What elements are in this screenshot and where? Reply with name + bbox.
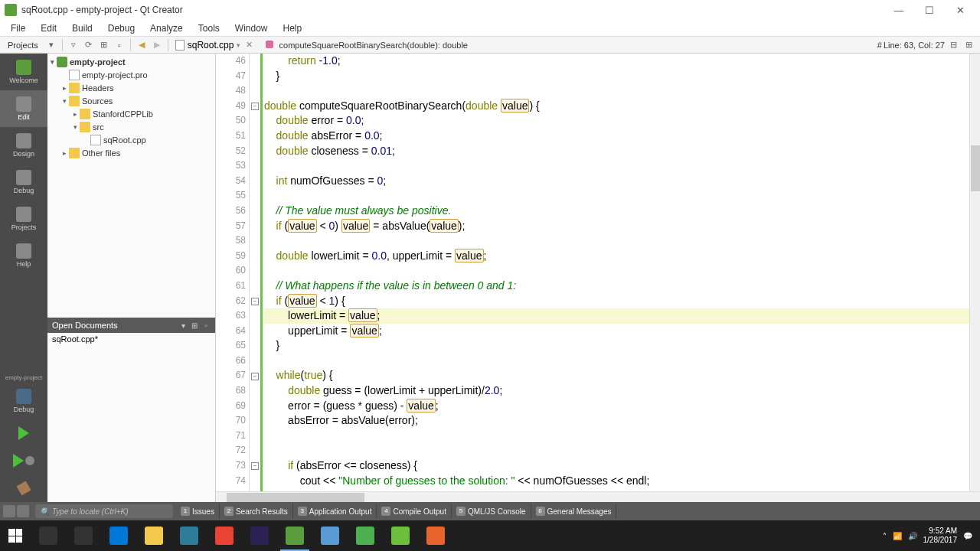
mode-welcome[interactable]: Welcome xyxy=(0,54,47,90)
tray-network-icon[interactable]: 📶 xyxy=(893,532,902,540)
tray-up-icon[interactable]: ˄ xyxy=(883,532,887,540)
horizontal-scrollbar[interactable] xyxy=(216,491,980,502)
toolbar: Projects ▾ ▿ ⟳ ⊞ ▫ ◀ ▶ sqRoot.cpp ▾ ✕ co… xyxy=(0,37,980,54)
locator-input[interactable]: 🔍 Type to locate (Ctrl+K) xyxy=(35,504,173,518)
side-panel: ▾empty-project empty-project.pro ▸Header… xyxy=(47,54,216,502)
mode-design[interactable]: Design xyxy=(0,127,47,164)
tree-project-root[interactable]: ▾empty-project xyxy=(47,55,215,68)
kit-selector[interactable]: Debug xyxy=(0,383,47,419)
app-icon xyxy=(5,4,17,16)
start-button[interactable] xyxy=(0,520,31,551)
mode-debug[interactable]: Debug xyxy=(0,164,47,201)
output-sidebar-icon[interactable] xyxy=(17,505,29,517)
notifications-icon[interactable]: 💬 xyxy=(963,532,972,540)
close-button[interactable]: ✕ xyxy=(945,0,975,20)
opendocs-split-icon[interactable]: ⊞ xyxy=(190,321,199,330)
output-tab-application-output[interactable]: 3Application Output xyxy=(293,504,377,519)
taskbar-store[interactable] xyxy=(172,520,207,551)
taskbar-taskview[interactable] xyxy=(66,520,101,551)
tab-dropdown-icon[interactable]: ▾ xyxy=(237,41,240,49)
system-tray[interactable]: ˄ 📶 🔊 9:52 AM 1/28/2017 💬 xyxy=(875,527,981,545)
line-gutter: 4647484950515253545556575859606162636465… xyxy=(216,54,250,502)
taskbar-camtasia[interactable] xyxy=(383,520,418,551)
opendocs-dropdown-icon[interactable]: ▾ xyxy=(178,321,188,330)
fold-marker[interactable]: − xyxy=(251,462,259,470)
file-icon xyxy=(175,40,185,51)
code-editor[interactable]: 4647484950515253545556575859606162636465… xyxy=(216,54,980,502)
tree-headers[interactable]: ▸Headers xyxy=(47,81,215,94)
tree-stanford[interactable]: ▸StanfordCPPLib xyxy=(47,107,215,120)
sync-icon[interactable]: ⟳ xyxy=(82,38,96,52)
build-button[interactable] xyxy=(0,474,47,502)
taskbar-notepad[interactable] xyxy=(312,520,348,551)
minimize-button[interactable]: — xyxy=(884,0,914,20)
filter-icon[interactable]: ▿ xyxy=(67,38,80,52)
menu-file[interactable]: File xyxy=(3,21,33,35)
fold-marker[interactable]: − xyxy=(251,298,259,305)
output-tab-issues[interactable]: 1Issues xyxy=(176,504,220,519)
tree-sources[interactable]: ▾Sources xyxy=(47,94,215,107)
output-tab-general-messages[interactable]: 6General Messages xyxy=(531,504,617,519)
mode-projects[interactable]: Projects xyxy=(0,201,47,237)
run-button[interactable] xyxy=(0,419,47,447)
mode-help[interactable]: Help xyxy=(0,237,47,274)
menu-analyze[interactable]: Analyze xyxy=(142,21,191,35)
taskbar-explorer[interactable] xyxy=(136,520,172,551)
split-h-icon[interactable]: ⊟ xyxy=(946,38,960,52)
output-toggle-icon[interactable] xyxy=(3,505,15,517)
tree-sqroot-file[interactable]: sqRoot.cpp xyxy=(47,133,215,146)
vertical-scrollbar[interactable] xyxy=(969,54,980,491)
titlebar: sqRoot.cpp - empty-project - Qt Creator … xyxy=(0,0,980,20)
split-v-icon[interactable]: ⊞ xyxy=(962,38,975,52)
project-tree: ▾empty-project empty-project.pro ▸Header… xyxy=(47,54,215,161)
tree-other[interactable]: ▸Other files xyxy=(47,146,215,159)
taskbar-edge[interactable] xyxy=(101,520,136,551)
taskbar-chrome[interactable] xyxy=(207,520,242,551)
taskbar-eclipse[interactable] xyxy=(242,520,277,551)
cursor-position: Line: 63, Col: 27 xyxy=(884,41,945,50)
menu-help[interactable]: Help xyxy=(276,21,310,35)
split-icon[interactable]: ⊞ xyxy=(97,38,111,52)
taskbar-app1[interactable] xyxy=(348,520,383,551)
window-title: sqRoot.cpp - empty-project - Qt Creator xyxy=(21,5,884,15)
tree-src[interactable]: ▾src xyxy=(47,120,215,133)
search-icon: 🔍 xyxy=(40,507,49,516)
clock[interactable]: 9:52 AM 1/28/2017 xyxy=(923,527,958,545)
dropdown-icon[interactable]: ▾ xyxy=(44,38,58,52)
mode-edit[interactable]: Edit xyxy=(0,90,47,127)
back-icon[interactable]: ◀ xyxy=(135,38,149,52)
menu-tools[interactable]: Tools xyxy=(191,21,227,35)
fold-marker[interactable]: − xyxy=(251,103,259,110)
close-tab-icon[interactable]: ✕ xyxy=(243,40,255,50)
taskbar-qtcreator[interactable] xyxy=(277,520,312,551)
mode-strip: Welcome Edit Design Debug Projects Help … xyxy=(0,54,47,502)
tray-volume-icon[interactable]: 🔊 xyxy=(908,532,917,540)
output-bar: 🔍 Type to locate (Ctrl+K) 1Issues2Search… xyxy=(0,502,980,520)
open-file-name: sqRoot.cpp xyxy=(188,40,234,51)
menu-window[interactable]: Window xyxy=(227,21,276,35)
menu-edit[interactable]: Edit xyxy=(33,21,64,35)
menu-build[interactable]: Build xyxy=(64,21,100,35)
output-tab-search-results[interactable]: 2Search Results xyxy=(220,504,293,519)
fold-marker[interactable]: − xyxy=(251,373,259,380)
open-doc-item[interactable]: sqRoot.cpp* xyxy=(47,333,215,345)
windows-taskbar: ˄ 📶 🔊 9:52 AM 1/28/2017 💬 xyxy=(0,520,980,551)
code-content[interactable]: return -1.0; } double computeSquareRootB… xyxy=(263,54,980,502)
editor-tab[interactable]: sqRoot.cpp ▾ ✕ xyxy=(172,40,259,51)
output-tab-qml/js-console[interactable]: 5QML/JS Console xyxy=(452,504,531,519)
forward-icon[interactable]: ▶ xyxy=(150,38,164,52)
hash-label: # xyxy=(877,41,882,50)
projects-dropdown[interactable]: Projects xyxy=(3,41,43,50)
close-pane-icon[interactable]: ▫ xyxy=(113,38,126,52)
opendocs-close-icon[interactable]: ▫ xyxy=(201,321,211,330)
tree-pro-file[interactable]: empty-project.pro xyxy=(47,68,215,81)
maximize-button[interactable]: ☐ xyxy=(914,0,945,20)
kit-label[interactable]: empty-project xyxy=(0,373,47,383)
debug-run-button[interactable] xyxy=(0,447,47,474)
menu-debug[interactable]: Debug xyxy=(100,21,142,35)
taskbar-search[interactable] xyxy=(31,520,66,551)
symbol-dropdown[interactable]: computeSquareRootBinarySearch(double): d… xyxy=(261,41,872,50)
open-documents-list: sqRoot.cpp* xyxy=(47,333,215,345)
output-tab-compile-output[interactable]: 4Compile Output xyxy=(377,504,451,519)
taskbar-app2[interactable] xyxy=(418,520,453,551)
